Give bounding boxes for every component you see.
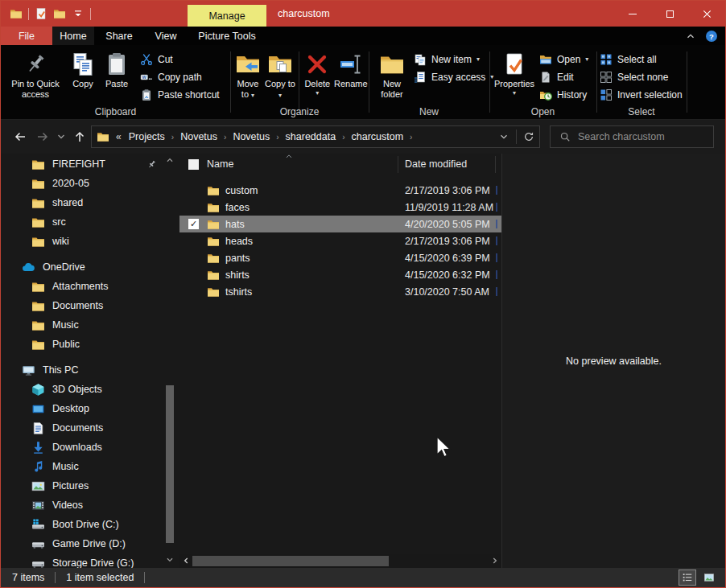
sidebar-item-shared[interactable]: shared <box>1 193 179 212</box>
select-all-checkbox[interactable] <box>188 159 199 170</box>
copy-path-button[interactable]: W Copy path <box>140 70 220 84</box>
scroll-up-icon[interactable] <box>164 154 175 166</box>
details-view-button[interactable] <box>679 570 695 585</box>
file-row-pants[interactable]: pants4/15/2020 6:39 PM <box>179 249 501 266</box>
file-date-modified: 4/15/2020 6:39 PM <box>405 253 490 264</box>
file-row-custom[interactable]: custom2/17/2019 3:06 PM <box>179 182 501 199</box>
properties-check-icon[interactable] <box>35 7 47 20</box>
refresh-icon[interactable] <box>523 131 534 142</box>
pin-to-quick-access-button[interactable]: Pin to Quick access <box>5 50 66 101</box>
scroll-left-icon[interactable] <box>180 555 192 566</box>
row-checkbox[interactable]: ✓ <box>188 219 200 229</box>
delete-button[interactable]: Delete ▾ <box>302 50 333 99</box>
tab-share[interactable]: Share <box>94 27 144 45</box>
move-to-button[interactable]: Move to ▾ <box>232 50 264 101</box>
pin-icon <box>23 51 48 77</box>
thumbnail-view-button[interactable] <box>701 570 717 585</box>
sidebar-item-music[interactable]: Music <box>1 315 179 335</box>
maximize-icon <box>666 10 674 18</box>
sidebar-item-attachments[interactable]: Attachments <box>1 277 179 296</box>
back-icon[interactable] <box>9 130 31 143</box>
sidebar-item-this-pc[interactable]: This PC <box>1 360 179 380</box>
maximize-button[interactable] <box>651 1 688 27</box>
address-dropdown-icon[interactable] <box>498 131 509 142</box>
search-input[interactable] <box>578 131 704 142</box>
pc-icon <box>22 364 35 377</box>
open-button[interactable]: Open ▾ <box>539 52 588 67</box>
sidebar-item-videos[interactable]: Videos <box>1 495 179 515</box>
file-row-tshirts[interactable]: tshirts3/10/2020 7:50 AM <box>179 283 501 300</box>
column-header-date-modified[interactable]: Date modified <box>405 158 467 170</box>
sidebar-item-music[interactable]: Music <box>1 457 179 476</box>
new-folder-button[interactable]: New folder <box>375 50 409 101</box>
manage-contextual-tab[interactable]: Manage <box>188 5 266 27</box>
up-icon[interactable] <box>68 130 91 143</box>
search-box[interactable] <box>550 125 714 148</box>
sidebar-item-boot-drive-c[interactable]: Boot Drive (C:) <box>1 515 179 534</box>
history-button[interactable]: History <box>539 88 588 102</box>
paste-button[interactable]: Paste <box>100 50 134 91</box>
breadcrumb-item[interactable]: Projects <box>125 131 169 142</box>
breadcrumb-item[interactable]: Novetus <box>229 131 274 142</box>
sidebar-item-3d-objects[interactable]: 3D Objects <box>1 380 179 399</box>
folder-icon[interactable] <box>53 7 66 20</box>
sidebar-scrollbar[interactable] <box>164 154 175 566</box>
file-row-heads[interactable]: heads2/17/2019 3:06 PM <box>179 232 501 249</box>
column-divider[interactable] <box>495 156 496 173</box>
sidebar-item-firefight[interactable]: FIREFIGHT <box>1 154 179 174</box>
close-button[interactable] <box>688 1 725 27</box>
paste-shortcut-button[interactable]: Paste shortcut <box>140 88 220 102</box>
breadcrumb-item[interactable]: charcustom <box>348 131 408 142</box>
select-all-button[interactable]: Select all <box>600 52 683 67</box>
edit-button[interactable]: Edit <box>539 70 588 84</box>
column-divider[interactable] <box>398 156 398 173</box>
column-header-name[interactable]: Name <box>207 158 233 170</box>
ribbon-collapse-icon[interactable] <box>685 31 696 42</box>
folder-icon[interactable] <box>10 7 23 20</box>
breadcrumb-item[interactable]: shareddata <box>282 131 340 142</box>
sidebar-item-onedrive[interactable]: OneDrive <box>1 257 179 277</box>
rename-button[interactable]: Rename <box>333 50 369 91</box>
copy-to-button[interactable]: Copy to ▾ <box>264 50 296 101</box>
scroll-right-icon[interactable] <box>489 555 501 566</box>
tab-file[interactable]: File <box>1 27 52 45</box>
file-row-shirts[interactable]: shirts4/15/2020 6:32 PM <box>179 266 501 283</box>
sidebar-scrollbar-thumb[interactable] <box>166 385 174 543</box>
breadcrumb-overflow[interactable]: « <box>109 131 125 142</box>
sidebar-item-label: This PC <box>43 364 78 376</box>
tab-picture-tools[interactable]: Picture Tools <box>188 27 266 45</box>
sidebar-item-documents[interactable]: Documents <box>1 296 179 315</box>
sidebar-item-documents[interactable]: Documents <box>1 418 179 438</box>
file-row-hats[interactable]: ✓hats4/20/2020 5:05 PM <box>179 216 501 232</box>
sidebar-item-2020-05[interactable]: 2020-05 <box>1 174 179 193</box>
scroll-down-icon[interactable] <box>164 554 175 565</box>
tab-home[interactable]: Home <box>52 27 94 45</box>
sidebar-item-storage-drive-g[interactable]: Storage Drive (G:) <box>1 553 179 568</box>
horizontal-scrollbar[interactable] <box>179 554 501 568</box>
forward-icon[interactable] <box>31 130 54 143</box>
recent-locations-icon[interactable] <box>54 130 68 143</box>
breadcrumb-item[interactable]: Novetus <box>176 131 221 142</box>
horizontal-scrollbar-thumb[interactable] <box>192 556 389 566</box>
sidebar-item-desktop[interactable]: Desktop <box>1 399 179 418</box>
select-none-button[interactable]: Select none <box>600 70 683 84</box>
sidebar-item-game-drive-d[interactable]: Game Drive (D:) <box>1 534 179 553</box>
easy-access-button[interactable]: Easy access ▾ <box>414 70 493 84</box>
sidebar-item-wiki[interactable]: wiki <box>1 232 179 251</box>
sidebar-item-pictures[interactable]: Pictures <box>1 476 179 495</box>
qat-customize-dropdown-icon[interactable] <box>72 7 85 20</box>
sidebar-item-public[interactable]: Public <box>1 335 179 354</box>
cut-button[interactable]: Cut <box>140 52 220 67</box>
new-item-button[interactable]: New item ▾ <box>414 52 493 67</box>
address-bar[interactable]: « Projects›Novetus›Novetus›shareddata›ch… <box>91 125 540 148</box>
copy-to-icon <box>267 51 293 77</box>
minimize-button[interactable] <box>614 1 651 27</box>
file-row-faces[interactable]: faces11/9/2019 11:28 AM <box>179 199 501 216</box>
copy-button[interactable]: Copy <box>66 50 100 91</box>
sidebar-item-downloads[interactable]: Downloads <box>1 438 179 457</box>
invert-selection-button[interactable]: Invert selection <box>600 88 683 102</box>
help-icon[interactable]: ? <box>705 30 718 43</box>
sidebar-item-src[interactable]: src <box>1 212 179 232</box>
tab-view[interactable]: View <box>144 27 188 45</box>
properties-button[interactable]: Properties ▾ <box>493 50 536 99</box>
